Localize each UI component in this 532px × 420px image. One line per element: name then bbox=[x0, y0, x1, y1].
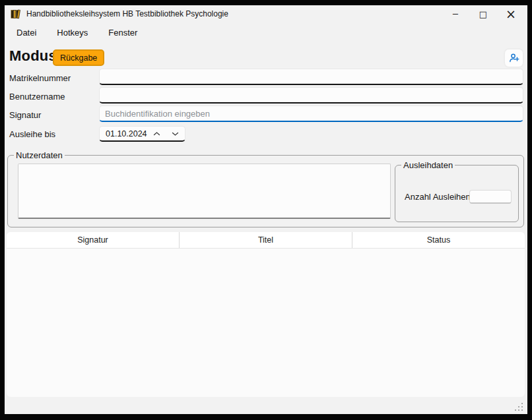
anzahl-ausleihen-label: Anzahl Ausleihen bbox=[405, 192, 471, 202]
window-controls: ─ □ × bbox=[442, 6, 525, 22]
books-icon bbox=[10, 9, 21, 20]
matrikelnummer-input[interactable] bbox=[99, 69, 523, 85]
window-frame: Handbibliotheksleihsystem HB Testbibliot… bbox=[0, 0, 532, 420]
menu-item-hotkeys[interactable]: Hotkeys bbox=[52, 26, 92, 40]
close-button[interactable]: × bbox=[497, 6, 525, 22]
maximize-button[interactable]: □ bbox=[469, 6, 497, 22]
anzahl-ausleihen-input[interactable] bbox=[469, 190, 512, 204]
menu-item-datei[interactable]: Datei bbox=[12, 26, 41, 40]
nutzerdaten-title: Nutzerdaten bbox=[14, 150, 65, 160]
results-table-body[interactable] bbox=[7, 249, 525, 397]
signatur-input[interactable] bbox=[99, 105, 523, 122]
ausleihdaten-title: Ausleihdaten bbox=[401, 160, 455, 170]
matrikelnummer-label: Matrikelnummer bbox=[9, 73, 71, 83]
title-bar: Handbibliotheksleihsystem HB Testbibliot… bbox=[5, 5, 527, 22]
chevron-down-icon bbox=[172, 131, 179, 136]
window-title: Handbibliotheksleihsystem HB Testbibliot… bbox=[26, 9, 228, 18]
results-table: Signatur Titel Status bbox=[7, 232, 525, 397]
mode-heading: Modus bbox=[9, 47, 57, 65]
ausleihe-bis-date-input[interactable] bbox=[100, 127, 147, 140]
ausleihe-bis-spinbox bbox=[99, 126, 185, 142]
menu-bar: Datei Hotkeys Fenster bbox=[5, 24, 527, 41]
nutzerdaten-textarea[interactable] bbox=[18, 164, 391, 219]
results-table-header: Signatur Titel Status bbox=[7, 232, 525, 249]
menu-item-fenster[interactable]: Fenster bbox=[104, 26, 142, 40]
ausleihe-bis-label: Ausleihe bis bbox=[9, 129, 55, 139]
spin-up-button[interactable] bbox=[147, 127, 166, 140]
column-header-titel[interactable]: Titel bbox=[180, 232, 352, 248]
chevron-up-icon bbox=[153, 131, 160, 136]
column-header-signatur[interactable]: Signatur bbox=[7, 232, 180, 248]
nutzerdaten-groupbox: Nutzerdaten Ausleihdaten Anzahl Ausleihe… bbox=[7, 155, 524, 227]
spin-down-button[interactable] bbox=[166, 127, 185, 140]
signatur-label: Signatur bbox=[9, 110, 41, 120]
benutzername-label: Benutzername bbox=[9, 92, 65, 102]
add-user-button[interactable] bbox=[504, 49, 523, 67]
app-window: Handbibliotheksleihsystem HB Testbibliot… bbox=[5, 5, 527, 414]
benutzername-input[interactable] bbox=[99, 87, 523, 104]
add-user-icon bbox=[508, 52, 520, 64]
column-header-status[interactable]: Status bbox=[352, 232, 525, 248]
minimize-button[interactable]: ─ bbox=[442, 6, 469, 22]
ausleihdaten-groupbox: Ausleihdaten Anzahl Ausleihen bbox=[395, 165, 519, 222]
resize-grip[interactable] bbox=[515, 403, 523, 411]
mode-badge-rueckgabe[interactable]: Rückgabe bbox=[53, 49, 104, 66]
